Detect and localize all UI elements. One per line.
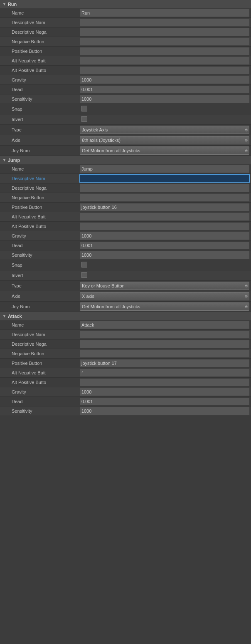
field-value-jump-12[interactable]: Key or Mouse ButtonMouse MovementJoystic… [78, 281, 251, 291]
field-input-jump-4[interactable] [80, 203, 249, 211]
field-value-run-14[interactable]: Get Motion from all JoysticksJoystick 1J… [78, 146, 251, 156]
field-input-attack-1[interactable] [80, 331, 249, 338]
field-input-jump-2[interactable] [80, 184, 249, 192]
field-input-attack-4[interactable] [80, 359, 249, 367]
select-wrapper-run-12: Key or Mouse ButtonMouse MovementJoystic… [80, 126, 249, 134]
field-row: Negative Button [0, 193, 251, 203]
field-value-jump-0[interactable] [78, 164, 251, 173]
field-value-attack-8[interactable] [78, 397, 251, 406]
field-input-jump-9[interactable] [80, 251, 249, 259]
field-input-jump-3[interactable] [80, 194, 249, 201]
field-label-run-7: Gravity [0, 76, 78, 84]
field-value-jump-1[interactable] [78, 174, 251, 183]
field-select-jump-14[interactable]: Get Motion from all JoysticksJoystick 1J… [80, 302, 249, 311]
field-label-run-9: Sensitivity [0, 95, 78, 103]
field-value-jump-7[interactable] [78, 231, 251, 240]
field-value-run-1[interactable] [78, 18, 251, 27]
field-value-run-10[interactable] [78, 104, 251, 114]
field-value-run-7[interactable] [78, 75, 251, 84]
field-input-attack-5[interactable] [80, 369, 249, 376]
field-value-jump-11[interactable] [78, 270, 251, 280]
field-label-attack-9: Sensitivity [0, 407, 78, 415]
field-checkbox-run-11[interactable] [81, 116, 87, 122]
field-select-jump-12[interactable]: Key or Mouse ButtonMouse MovementJoystic… [80, 282, 249, 290]
field-value-attack-6[interactable] [78, 378, 251, 387]
field-value-run-6[interactable] [78, 66, 251, 75]
field-value-attack-7[interactable] [78, 387, 251, 396]
field-value-run-5[interactable] [78, 56, 251, 65]
field-input-jump-1[interactable] [80, 175, 249, 182]
field-input-run-9[interactable] [80, 95, 249, 103]
field-row: Alt Positive Butto [0, 222, 251, 231]
field-value-jump-3[interactable] [78, 193, 251, 202]
field-value-run-3[interactable] [78, 37, 251, 46]
field-value-jump-14[interactable]: Get Motion from all JoysticksJoystick 1J… [78, 302, 251, 312]
field-select-run-14[interactable]: Get Motion from all JoysticksJoystick 1J… [80, 146, 249, 155]
field-select-run-13[interactable]: X axisY axis3rd axis4th axis5th axis6th … [80, 136, 249, 144]
field-row: Descriptive Nega [0, 339, 251, 349]
field-value-jump-4[interactable] [78, 203, 251, 212]
field-input-attack-2[interactable] [80, 340, 249, 348]
field-value-jump-13[interactable]: X axisY axis3rd axis4th axis5th axis6th … [78, 291, 251, 301]
field-value-attack-5[interactable] [78, 368, 251, 377]
field-label-attack-2: Descriptive Nega [0, 340, 78, 348]
field-checkbox-jump-10[interactable] [81, 262, 87, 268]
field-input-run-2[interactable] [80, 28, 249, 36]
field-value-attack-0[interactable] [78, 320, 251, 329]
field-input-attack-7[interactable] [80, 388, 249, 396]
field-input-jump-5[interactable] [80, 213, 249, 220]
field-value-run-0[interactable] [78, 8, 251, 17]
field-value-jump-10[interactable] [78, 260, 251, 270]
field-row: Joy NumGet Motion from all JoysticksJoys… [0, 146, 251, 156]
field-value-jump-9[interactable] [78, 250, 251, 260]
input-manager-panel: ▼RunNameDescriptive NamDescriptive NegaN… [0, 0, 251, 416]
field-row: Negative Button [0, 349, 251, 359]
field-input-run-3[interactable] [80, 38, 249, 45]
field-value-jump-5[interactable] [78, 212, 251, 221]
fields-container-run: NameDescriptive NamDescriptive NegaNegat… [0, 8, 251, 156]
field-value-attack-9[interactable] [78, 406, 251, 416]
field-input-attack-6[interactable] [80, 379, 249, 386]
field-input-run-7[interactable] [80, 76, 249, 84]
field-input-jump-6[interactable] [80, 223, 249, 230]
field-input-run-0[interactable] [80, 9, 249, 17]
field-label-jump-4: Positive Button [0, 203, 78, 211]
field-input-run-8[interactable] [80, 86, 249, 93]
field-input-attack-3[interactable] [80, 350, 249, 357]
field-value-attack-2[interactable] [78, 339, 251, 349]
field-input-attack-8[interactable] [80, 398, 249, 405]
field-checkbox-jump-11[interactable] [81, 272, 87, 278]
field-value-run-8[interactable] [78, 85, 251, 94]
field-value-jump-6[interactable] [78, 222, 251, 231]
field-select-run-12[interactable]: Key or Mouse ButtonMouse MovementJoystic… [80, 126, 249, 134]
field-label-jump-0: Name [0, 165, 78, 173]
field-input-run-5[interactable] [80, 57, 249, 64]
field-row: AxisX axisY axis3rd axis4th axis5th axis… [0, 135, 251, 146]
field-input-jump-8[interactable] [80, 242, 249, 249]
section-header-run[interactable]: ▼Run [0, 0, 251, 8]
field-value-jump-8[interactable] [78, 241, 251, 250]
field-row: Descriptive Nam [0, 174, 251, 183]
section-header-jump[interactable]: ▼Jump [0, 156, 251, 164]
field-value-run-11[interactable] [78, 114, 251, 124]
field-input-attack-0[interactable] [80, 321, 249, 329]
field-value-attack-4[interactable] [78, 359, 251, 368]
field-input-run-1[interactable] [80, 19, 249, 26]
field-value-attack-3[interactable] [78, 349, 251, 358]
field-checkbox-run-10[interactable] [81, 106, 87, 111]
field-value-run-2[interactable] [78, 27, 251, 37]
field-value-run-9[interactable] [78, 94, 251, 104]
field-input-run-6[interactable] [80, 67, 249, 74]
field-value-run-13[interactable]: X axisY axis3rd axis4th axis5th axis6th … [78, 135, 251, 145]
field-input-run-4[interactable] [80, 47, 249, 55]
field-input-attack-9[interactable] [80, 407, 249, 415]
field-value-run-4[interactable] [78, 47, 251, 56]
field-input-jump-0[interactable] [80, 165, 249, 173]
field-input-jump-7[interactable] [80, 232, 249, 240]
field-value-attack-1[interactable] [78, 330, 251, 339]
field-select-jump-13[interactable]: X axisY axis3rd axis4th axis5th axis6th … [80, 292, 249, 300]
field-label-run-12: Type [0, 126, 78, 134]
field-value-jump-2[interactable] [78, 183, 251, 193]
field-value-run-12[interactable]: Key or Mouse ButtonMouse MovementJoystic… [78, 125, 251, 135]
section-header-attack[interactable]: ▼Attack [0, 312, 251, 320]
